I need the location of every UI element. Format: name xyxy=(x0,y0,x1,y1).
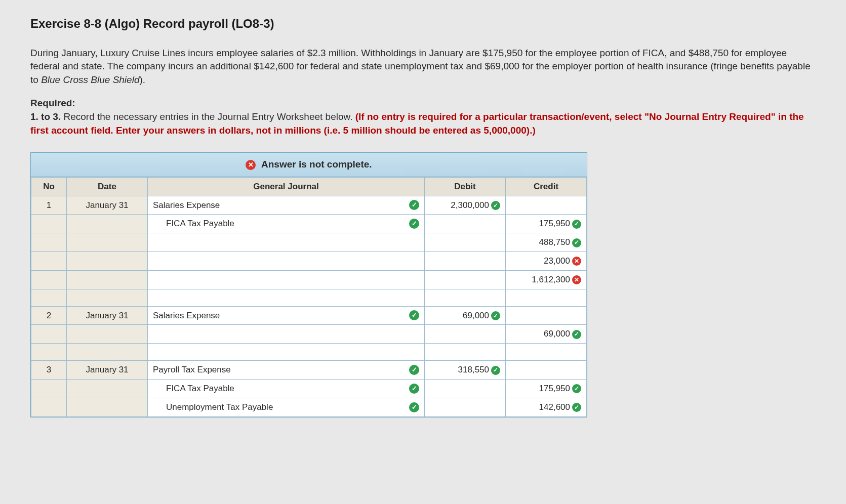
table-row: 3January 31Payroll Tax Expense✓318,550✓ xyxy=(31,361,587,380)
account-text: Unemployment Tax Payable xyxy=(166,401,409,413)
cell-account[interactable]: Salaries Expense✓ xyxy=(148,306,425,325)
required-label: Required: xyxy=(30,97,816,110)
cell-no xyxy=(31,344,67,361)
cell-account[interactable] xyxy=(148,344,425,361)
credit-mark-icon: ✓ xyxy=(572,220,581,229)
cell-account[interactable] xyxy=(148,233,425,252)
company-name-italic: Blue Cross Blue Shield xyxy=(41,74,139,85)
cell-credit[interactable]: 142,600✓ xyxy=(506,398,587,416)
debit-value: 2,300,000 xyxy=(451,200,489,210)
error-icon: ✕ xyxy=(246,160,256,170)
cell-date[interactable] xyxy=(67,215,148,233)
cell-debit[interactable] xyxy=(425,251,506,270)
cell-credit[interactable]: 23,000✕ xyxy=(506,251,587,270)
credit-value: 175,950 xyxy=(539,219,570,228)
table-row: 1,612,300✕ xyxy=(31,270,587,289)
credit-mark-icon: ✓ xyxy=(572,238,581,247)
credit-mark-icon: ✕ xyxy=(572,275,581,284)
credit-mark-icon: ✓ xyxy=(572,403,581,412)
account-text: Salaries Expense xyxy=(153,199,409,212)
cell-debit[interactable] xyxy=(425,270,506,289)
header-date: Date xyxy=(67,177,148,196)
cell-no xyxy=(31,325,67,344)
row-check-icon: ✓ xyxy=(409,365,419,375)
credit-mark-icon: ✓ xyxy=(572,330,581,339)
cell-no xyxy=(31,270,67,289)
cell-debit[interactable]: 318,550✓ xyxy=(425,361,506,380)
cell-date[interactable] xyxy=(67,398,148,416)
cell-date[interactable] xyxy=(67,233,148,252)
cell-date[interactable] xyxy=(67,325,148,344)
cell-date[interactable]: January 31 xyxy=(67,361,148,380)
cell-debit[interactable]: 2,300,000✓ xyxy=(425,196,506,215)
cell-debit[interactable] xyxy=(425,325,506,344)
cell-credit[interactable] xyxy=(506,361,587,380)
cell-account[interactable]: Payroll Tax Expense✓ xyxy=(148,361,425,380)
table-row: 1January 31Salaries Expense✓2,300,000✓ xyxy=(31,196,587,215)
debit-mark-icon: ✓ xyxy=(491,201,500,210)
cell-debit[interactable] xyxy=(425,379,506,398)
journal-table: No Date General Journal Debit Credit 1Ja… xyxy=(31,177,587,417)
journal-container: ✕ Answer is not complete. No Date Genera… xyxy=(30,152,587,417)
account-text: FICA Tax Payable xyxy=(166,218,409,230)
problem-text-a: During January, Luxury Cruise Lines incu… xyxy=(30,48,811,85)
cell-account[interactable]: FICA Tax Payable✓ xyxy=(148,379,425,398)
cell-account[interactable]: Unemployment Tax Payable✓ xyxy=(148,398,425,416)
cell-credit[interactable] xyxy=(506,196,587,215)
cell-account[interactable] xyxy=(148,325,425,344)
cell-credit[interactable]: 175,950✓ xyxy=(506,215,587,233)
cell-debit[interactable] xyxy=(425,398,506,416)
debit-mark-icon: ✓ xyxy=(491,366,500,375)
status-text: Answer is not complete. xyxy=(261,159,372,170)
row-check-icon: ✓ xyxy=(409,219,419,229)
cell-date[interactable] xyxy=(67,344,148,361)
cell-debit[interactable] xyxy=(425,289,506,306)
table-row: 69,000✓ xyxy=(31,325,587,344)
cell-debit[interactable]: 69,000✓ xyxy=(425,306,506,325)
cell-debit[interactable] xyxy=(425,344,506,361)
cell-account[interactable]: FICA Tax Payable✓ xyxy=(148,215,425,233)
header-debit: Debit xyxy=(425,177,506,196)
cell-account[interactable] xyxy=(148,251,425,270)
cell-date[interactable] xyxy=(67,251,148,270)
cell-date[interactable]: January 31 xyxy=(67,306,148,325)
cell-credit[interactable]: 1,612,300✕ xyxy=(506,270,587,289)
table-row: 23,000✕ xyxy=(31,251,587,270)
credit-value: 69,000 xyxy=(544,329,570,339)
account-text: Payroll Tax Expense xyxy=(153,364,409,376)
debit-mark-icon: ✓ xyxy=(491,311,500,320)
credit-value: 142,600 xyxy=(539,402,570,412)
table-row: FICA Tax Payable✓175,950✓ xyxy=(31,215,587,233)
row-check-icon: ✓ xyxy=(409,310,419,320)
required-text: 1. to 3. Record the necessary entries in… xyxy=(30,110,816,137)
cell-credit[interactable] xyxy=(506,306,587,325)
cell-credit[interactable] xyxy=(506,344,587,361)
cell-account[interactable] xyxy=(148,289,425,306)
status-bar: ✕ Answer is not complete. xyxy=(31,153,587,177)
cell-date[interactable] xyxy=(67,270,148,289)
cell-no: 2 xyxy=(31,306,67,325)
credit-mark-icon: ✓ xyxy=(572,384,581,393)
cell-credit[interactable]: 175,950✓ xyxy=(506,379,587,398)
cell-credit[interactable] xyxy=(506,289,587,306)
header-no: No xyxy=(31,177,67,196)
account-text: FICA Tax Payable xyxy=(166,383,409,395)
problem-text-c: ). xyxy=(139,74,145,85)
exercise-title: Exercise 8-8 (Algo) Record payroll (LO8-… xyxy=(30,15,816,32)
cell-no xyxy=(31,379,67,398)
cell-debit[interactable] xyxy=(425,215,506,233)
cell-credit[interactable]: 69,000✓ xyxy=(506,325,587,344)
table-row: 488,750✓ xyxy=(31,233,587,252)
cell-date[interactable] xyxy=(67,379,148,398)
cell-credit[interactable]: 488,750✓ xyxy=(506,233,587,252)
header-row: No Date General Journal Debit Credit xyxy=(31,177,587,196)
credit-value: 175,950 xyxy=(539,384,570,393)
header-journal: General Journal xyxy=(148,177,425,196)
cell-account[interactable]: Salaries Expense✓ xyxy=(148,196,425,215)
cell-date[interactable]: January 31 xyxy=(67,196,148,215)
cell-account[interactable] xyxy=(148,270,425,289)
cell-debit[interactable] xyxy=(425,233,506,252)
cell-date[interactable] xyxy=(67,289,148,306)
cell-no: 1 xyxy=(31,196,67,215)
cell-no xyxy=(31,215,67,233)
